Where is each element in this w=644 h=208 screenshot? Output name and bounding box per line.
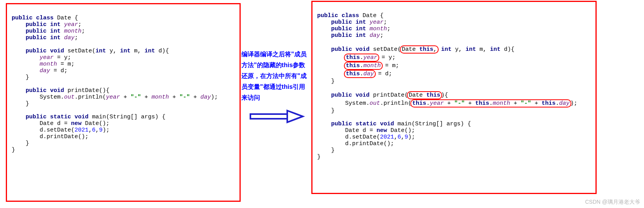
method-setDate: setDate [68,48,92,54]
class-name: Date [57,15,71,21]
field-day: day [64,35,75,41]
kw-class: class [36,15,54,21]
svg-rect-0 [250,114,287,119]
field-year: year [64,21,78,28]
explanation-text: 编译器编译之后将"成员方法"的隐藏的this参数还原，在方法中所有"成员变量"都… [241,49,309,103]
method-main: main [92,114,106,120]
field-month: month [64,28,82,35]
arrow-icon [248,109,307,124]
highlight-this-param: Date this, [400,45,439,54]
code-panel-right: public class Date { public int year; pub… [311,1,597,194]
method-printDate: printDate [68,87,99,94]
highlight-this-year: this.year [344,54,379,62]
highlight-this-month: this.month [344,62,383,70]
watermark-text: CSDN @璃月港老大爷 [585,199,640,206]
highlight-this-day: this.day [344,70,376,78]
highlight-this-param2: Date this [407,91,442,99]
code-panel-left: public class Date { public int year; pub… [6,3,241,202]
highlight-println-args: this.year + "-" + this.month + "-" + thi… [410,99,571,107]
kw-public: public [12,15,33,21]
